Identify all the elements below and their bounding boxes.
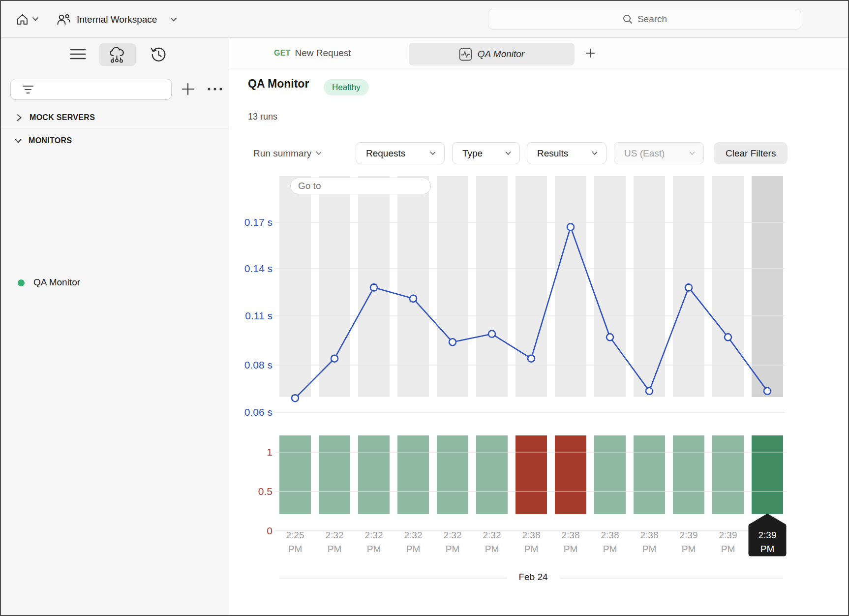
goto-input[interactable]	[290, 178, 431, 194]
run-summary-dropdown[interactable]: Run summary	[253, 142, 322, 164]
run-time-label[interactable]: PM	[603, 544, 617, 554]
run-column-band[interactable]	[437, 176, 468, 397]
result-bar-fail[interactable]	[555, 435, 586, 514]
sidebar-divider	[1, 128, 229, 128]
run-time-label[interactable]: 2:38	[640, 530, 659, 540]
run-time-label[interactable]: 2:32	[365, 530, 383, 540]
latency-tick-label: 0.14 s	[244, 263, 273, 274]
run-time-label[interactable]: PM	[406, 544, 421, 554]
results-tick-label: 0.5	[258, 486, 273, 497]
result-bar-pass[interactable]	[594, 435, 626, 514]
monitor-status-dot	[18, 279, 25, 286]
sidebar-section-monitors[interactable]: MONITORS	[1, 132, 229, 149]
run-time-label[interactable]: PM	[288, 544, 303, 554]
run-time-label[interactable]: PM	[446, 544, 460, 554]
history-nav-button[interactable]	[150, 47, 167, 62]
run-column-band[interactable]	[634, 176, 665, 397]
result-bar-pass[interactable]	[397, 435, 429, 514]
result-bar-pass[interactable]	[437, 435, 468, 514]
result-bar-pass[interactable]	[358, 435, 390, 514]
filter-requests-dropdown[interactable]: Requests	[356, 142, 445, 164]
run-time-label[interactable]: 2:32	[483, 530, 501, 540]
run-time-label[interactable]: 2:32	[404, 530, 423, 540]
filter-region-dropdown[interactable]: US (East)	[614, 142, 704, 164]
run-time-label[interactable]: 2:38	[562, 530, 580, 540]
filter-type-dropdown[interactable]: Type	[452, 142, 520, 164]
chevron-down-icon	[315, 151, 322, 156]
tab-new-request[interactable]: GET New Request	[274, 38, 351, 68]
latency-tick-label: 0.17 s	[244, 216, 273, 228]
result-bar-pass[interactable]	[319, 435, 350, 514]
filter-icon	[22, 84, 34, 95]
run-time-label[interactable]: PM	[642, 544, 657, 554]
chevron-down-icon	[505, 151, 512, 156]
latency-point[interactable]	[646, 388, 653, 395]
latency-point[interactable]	[567, 223, 574, 230]
result-bar-pass[interactable]	[673, 435, 704, 514]
sidebar-item-qa-monitor[interactable]: QA Monitor	[1, 156, 229, 174]
result-bar-fail[interactable]	[515, 435, 547, 514]
run-time-label[interactable]: 2:32	[444, 530, 462, 540]
selected-run-time: 2:39	[758, 530, 777, 540]
latency-point[interactable]	[685, 284, 692, 291]
home-button[interactable]	[16, 13, 29, 26]
monitors-nav-button[interactable]	[99, 43, 136, 66]
run-time-label[interactable]: 2:38	[522, 530, 541, 540]
latency-point[interactable]	[528, 355, 535, 362]
result-bar-selected-pass[interactable]	[752, 435, 783, 514]
collections-nav-button[interactable]	[70, 48, 86, 61]
run-time-label[interactable]: 2:32	[326, 530, 344, 540]
latency-point[interactable]	[292, 395, 299, 401]
latency-point[interactable]	[370, 284, 377, 291]
workspace-name: Internal Workspace	[77, 14, 157, 25]
run-time-label[interactable]: PM	[524, 544, 539, 554]
latency-point[interactable]	[764, 388, 771, 395]
run-time-label[interactable]: PM	[485, 544, 499, 554]
tab-qa-monitor[interactable]: QA Monitor	[409, 43, 575, 65]
run-time-label[interactable]: PM	[721, 544, 735, 554]
run-time-label[interactable]: PM	[328, 544, 342, 554]
monitor-name: QA Monitor	[33, 277, 80, 288]
run-time-label[interactable]: 2:39	[680, 530, 698, 540]
run-time-label[interactable]: PM	[367, 544, 381, 554]
workspace-switcher[interactable]: Internal Workspace	[56, 1, 178, 38]
latency-point[interactable]	[606, 334, 613, 340]
run-column-band[interactable]	[397, 176, 429, 397]
run-time-label[interactable]: 2:39	[719, 530, 737, 540]
run-column-band[interactable]	[319, 176, 350, 397]
monitor-run-charts: 0.17 s0.14 s0.11 s0.08 s0.06 s10.502:25P…	[230, 168, 849, 601]
add-button[interactable]	[181, 82, 195, 96]
latency-point[interactable]	[449, 339, 456, 345]
run-column-band[interactable]	[712, 176, 744, 397]
run-column-band[interactable]	[279, 176, 311, 397]
result-bar-pass[interactable]	[279, 435, 311, 514]
result-bar-pass[interactable]	[476, 435, 508, 514]
latency-point[interactable]	[725, 334, 731, 340]
search-placeholder: Search	[637, 14, 667, 25]
run-column-band[interactable]	[752, 176, 783, 397]
latency-point[interactable]	[488, 331, 495, 338]
http-method-label: GET	[274, 49, 291, 58]
filter-results-dropdown[interactable]: Results	[527, 142, 606, 164]
run-column-band[interactable]	[515, 176, 547, 397]
result-bar-pass[interactable]	[712, 435, 744, 514]
date-label: Feb 24	[518, 572, 548, 582]
sidebar-section-mock-servers[interactable]: MOCK SERVERS	[1, 109, 229, 126]
run-column-band[interactable]	[594, 176, 626, 397]
run-time-label[interactable]: 2:38	[601, 530, 619, 540]
home-chevron-down-icon[interactable]	[31, 16, 39, 22]
run-time-label[interactable]: PM	[682, 544, 696, 554]
latency-point[interactable]	[410, 295, 417, 302]
cloud-network-icon	[108, 46, 127, 63]
sidebar-filter-input[interactable]	[10, 79, 172, 100]
clear-filters-button[interactable]: Clear Filters	[714, 142, 788, 164]
run-column-band[interactable]	[555, 176, 586, 397]
search-input[interactable]: Search	[488, 9, 801, 30]
result-bar-pass[interactable]	[634, 435, 665, 514]
more-options-button[interactable]	[206, 86, 224, 92]
latency-point[interactable]	[331, 355, 338, 362]
run-time-label[interactable]: 2:25	[286, 530, 304, 540]
new-tab-button[interactable]	[582, 45, 599, 62]
run-time-label[interactable]: PM	[564, 544, 578, 554]
run-column-band[interactable]	[476, 176, 508, 397]
